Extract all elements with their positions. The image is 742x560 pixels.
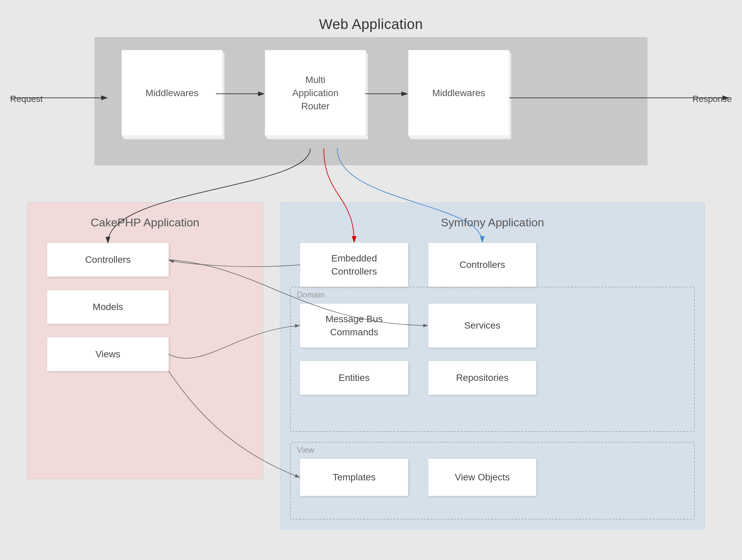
repositories: Repositories <box>428 361 536 395</box>
cakephp-models: Models <box>47 290 169 324</box>
cakephp-controllers: Controllers <box>47 243 169 277</box>
middlewares-left-label: Middlewares <box>145 88 198 99</box>
message-bus-commands: Message BusCommands <box>300 304 408 347</box>
router-label: MultiApplicationRouter <box>292 73 339 113</box>
domain-label: Domain <box>297 290 325 300</box>
templates: Templates <box>300 459 408 496</box>
view-objects: View Objects <box>428 459 536 496</box>
diagram-container: Web Application Request Response Middlew… <box>0 0 742 560</box>
cakephp-views: Views <box>47 337 169 371</box>
main-title: Web Application <box>0 16 742 32</box>
middlewares-left-wrap: Middlewares <box>108 50 236 148</box>
symfony-title: Symfony Application <box>280 216 705 229</box>
embedded-controllers: EmbeddedControllers <box>300 243 408 287</box>
request-label: Request <box>10 94 43 104</box>
symfony-controllers: Controllers <box>428 243 536 287</box>
middlewares-right-label: Middlewares <box>432 88 485 99</box>
services: Services <box>428 304 536 347</box>
response-label: Response <box>692 94 732 104</box>
cakephp-title: CakePHP Application <box>27 216 263 229</box>
view-label: View <box>297 445 314 455</box>
middlewares-right-wrap: Middlewares <box>395 50 523 148</box>
router-wrap: MultiApplicationRouter <box>251 50 379 148</box>
entities: Entities <box>300 361 408 395</box>
